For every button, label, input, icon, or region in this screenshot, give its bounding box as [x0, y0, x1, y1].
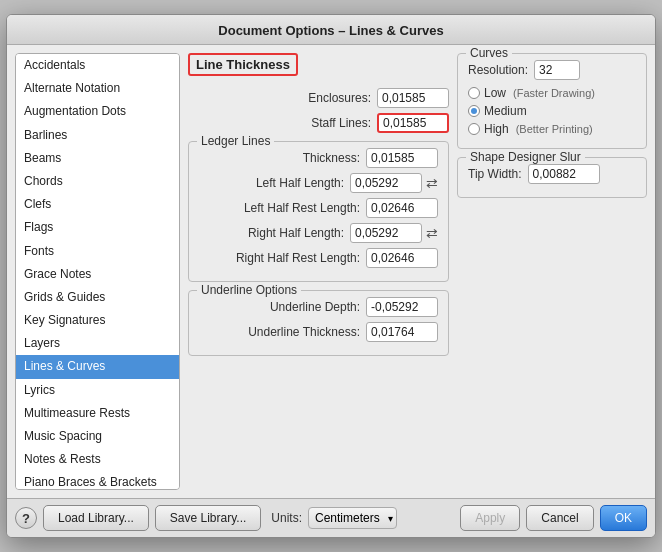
ok-button[interactable]: OK [600, 505, 647, 531]
right-half-rest-length-row: Right Half Rest Length: [199, 248, 438, 268]
help-button[interactable]: ? [15, 507, 37, 529]
thickness-label: Thickness: [303, 151, 360, 165]
medium-radio-row: Medium [468, 104, 636, 118]
high-radio-row: High (Better Printing) [468, 122, 636, 136]
sidebar: Accidentals Alternate Notation Augmentat… [15, 53, 180, 490]
enclosures-row: Enclosures: [188, 88, 449, 108]
thickness-row: Thickness: [199, 148, 438, 168]
sidebar-item-alternate-notation[interactable]: Alternate Notation [16, 77, 179, 100]
sidebar-item-chords[interactable]: Chords [16, 170, 179, 193]
sidebar-item-grace-notes[interactable]: Grace Notes [16, 263, 179, 286]
window-title: Document Options – Lines & Curves [218, 23, 443, 38]
sidebar-item-beams[interactable]: Beams [16, 147, 179, 170]
load-library-button[interactable]: Load Library... [43, 505, 149, 531]
high-sub: (Better Printing) [516, 123, 593, 135]
sidebar-item-lyrics[interactable]: Lyrics [16, 379, 179, 402]
sidebar-item-notes-rests[interactable]: Notes & Rests [16, 448, 179, 471]
tip-width-label: Tip Width: [468, 167, 522, 181]
resolution-row: Resolution: [468, 60, 636, 80]
units-wrapper: Centimeters Inches EVPUs [308, 507, 397, 529]
left-half-length-input[interactable] [350, 173, 422, 193]
sidebar-item-grids-guides[interactable]: Grids & Guides [16, 286, 179, 309]
sidebar-item-barlines[interactable]: Barlines [16, 124, 179, 147]
sidebar-item-accidentals[interactable]: Accidentals [16, 54, 179, 77]
document-options-window: Document Options – Lines & Curves Accide… [6, 14, 656, 538]
sidebar-item-clefs[interactable]: Clefs [16, 193, 179, 216]
right-half-length-label: Right Half Length: [248, 226, 344, 240]
left-half-sync-icon[interactable]: ⇄ [426, 175, 438, 191]
tip-width-input[interactable] [528, 164, 600, 184]
units-label: Units: [271, 511, 302, 525]
sidebar-item-fonts[interactable]: Fonts [16, 240, 179, 263]
underline-depth-label: Underline Depth: [270, 300, 360, 314]
sidebar-item-lines-curves[interactable]: Lines & Curves [16, 355, 179, 378]
low-radio[interactable] [468, 87, 480, 99]
right-half-length-row: Right Half Length: ⇄ [199, 223, 438, 243]
ledger-lines-title: Ledger Lines [197, 134, 274, 148]
units-select[interactable]: Centimeters Inches EVPUs [308, 507, 397, 529]
sidebar-item-augmentation-dots[interactable]: Augmentation Dots [16, 100, 179, 123]
right-half-rest-length-label: Right Half Rest Length: [236, 251, 360, 265]
thickness-input[interactable] [366, 148, 438, 168]
sidebar-item-flags[interactable]: Flags [16, 216, 179, 239]
footer: ? Load Library... Save Library... Units:… [7, 498, 655, 537]
medium-label: Medium [484, 104, 527, 118]
line-thickness-title: Line Thickness [188, 53, 298, 76]
enclosures-input[interactable] [377, 88, 449, 108]
high-radio[interactable] [468, 123, 480, 135]
right-half-rest-length-input[interactable] [366, 248, 438, 268]
underline-options-title: Underline Options [197, 283, 301, 297]
sidebar-item-music-spacing[interactable]: Music Spacing [16, 425, 179, 448]
staff-lines-row: Staff Lines: [188, 113, 449, 133]
left-half-length-row: Left Half Length: ⇄ [199, 173, 438, 193]
high-label: High [484, 122, 509, 136]
left-half-rest-length-input[interactable] [366, 198, 438, 218]
sidebar-item-key-signatures[interactable]: Key Signatures [16, 309, 179, 332]
underline-thickness-input[interactable] [366, 322, 438, 342]
sidebar-item-piano-braces-brackets[interactable]: Piano Braces & Brackets [16, 471, 179, 490]
right-panel: Line Thickness Enclosures: Staff Lines: … [180, 45, 655, 498]
sidebar-item-layers[interactable]: Layers [16, 332, 179, 355]
right-half-sync-icon[interactable]: ⇄ [426, 225, 438, 241]
medium-radio[interactable] [468, 105, 480, 117]
curves-panel: Curves Resolution: Low (Faster Drawing) [457, 53, 647, 490]
save-library-button[interactable]: Save Library... [155, 505, 261, 531]
underline-thickness-label: Underline Thickness: [248, 325, 360, 339]
left-half-rest-length-row: Left Half Rest Length: [199, 198, 438, 218]
left-half-length-label: Left Half Length: [256, 176, 344, 190]
right-half-length-input[interactable] [350, 223, 422, 243]
curves-group: Curves Resolution: Low (Faster Drawing) [457, 53, 647, 149]
sidebar-item-multimeasure-rests[interactable]: Multimeasure Rests [16, 402, 179, 425]
cancel-button[interactable]: Cancel [526, 505, 593, 531]
staff-lines-input[interactable] [377, 113, 449, 133]
staff-lines-label: Staff Lines: [311, 116, 371, 130]
center-panel: Line Thickness Enclosures: Staff Lines: … [188, 53, 449, 490]
window-body: Accidentals Alternate Notation Augmentat… [7, 45, 655, 537]
underline-depth-row: Underline Depth: [199, 297, 438, 317]
low-radio-row: Low (Faster Drawing) [468, 86, 636, 100]
shape-designer-slur-title: Shape Designer Slur [466, 150, 585, 164]
underline-options-group: Underline Options Underline Depth: Under… [188, 290, 449, 356]
underline-depth-input[interactable] [366, 297, 438, 317]
resolution-label: Resolution: [468, 63, 528, 77]
tip-width-row: Tip Width: [468, 164, 636, 184]
shape-designer-slur-group: Shape Designer Slur Tip Width: [457, 157, 647, 198]
low-sub: (Faster Drawing) [513, 87, 595, 99]
title-bar: Document Options – Lines & Curves [7, 15, 655, 45]
main-content: Accidentals Alternate Notation Augmentat… [7, 45, 655, 498]
ledger-lines-group: Ledger Lines Thickness: Left Half Length… [188, 141, 449, 282]
curves-title: Curves [466, 46, 512, 60]
low-label: Low [484, 86, 506, 100]
resolution-input[interactable] [534, 60, 580, 80]
enclosures-label: Enclosures: [308, 91, 371, 105]
left-half-rest-length-label: Left Half Rest Length: [244, 201, 360, 215]
apply-button[interactable]: Apply [460, 505, 520, 531]
underline-thickness-row: Underline Thickness: [199, 322, 438, 342]
